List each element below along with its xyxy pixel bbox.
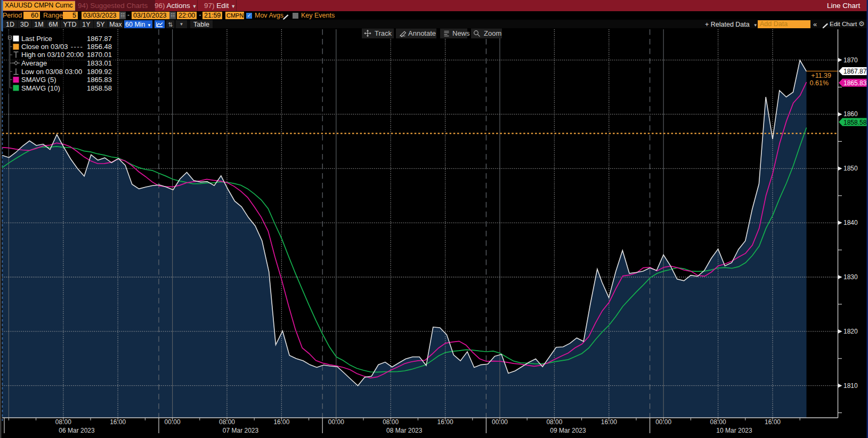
svg-text:0.61%: 0.61%	[810, 79, 829, 87]
svg-text:Annotate: Annotate	[408, 29, 436, 37]
svg-text:06 Mar 2023: 06 Mar 2023	[59, 427, 95, 434]
svg-text:00:00: 00:00	[165, 418, 181, 426]
svg-text:Track: Track	[375, 29, 392, 37]
svg-text:00:00: 00:00	[328, 418, 344, 426]
svg-text:08:00: 08:00	[383, 418, 399, 426]
svg-text:1850: 1850	[843, 165, 858, 172]
svg-text:08:00: 08:00	[710, 418, 726, 426]
svg-text:08:00: 08:00	[219, 418, 235, 426]
svg-text:1840: 1840	[843, 219, 858, 226]
svg-text:Low on 03/08 03:00: Low on 03/08 03:00	[21, 68, 82, 76]
svg-text:News: News	[452, 29, 470, 37]
svg-text:10 Mar 2023: 10 Mar 2023	[716, 427, 752, 434]
svg-text:08 Mar 2023: 08 Mar 2023	[386, 427, 423, 434]
svg-text:1867.87: 1867.87	[843, 68, 867, 75]
svg-text:1870: 1870	[843, 56, 858, 64]
svg-text:Zoom: Zoom	[484, 29, 501, 37]
svg-text:16:00: 16:00	[110, 418, 126, 426]
svg-text:High on 03/10 20:00: High on 03/10 20:00	[21, 51, 84, 59]
svg-text:16:00: 16:00	[601, 418, 617, 426]
svg-text:16:00: 16:00	[437, 418, 453, 426]
svg-text:16:00: 16:00	[765, 418, 781, 426]
svg-text:1858.58: 1858.58	[843, 119, 867, 126]
svg-text:1833.01: 1833.01	[87, 59, 112, 67]
svg-text:1865.83: 1865.83	[87, 76, 112, 84]
svg-text:00:00: 00:00	[492, 418, 508, 426]
svg-text:1830: 1830	[843, 273, 858, 281]
svg-text:1867.87: 1867.87	[87, 35, 112, 43]
svg-text:SMAVG (10): SMAVG (10)	[21, 84, 60, 92]
svg-text:1860: 1860	[843, 110, 858, 118]
svg-text:SMAVG (5): SMAVG (5)	[21, 76, 56, 84]
svg-text:16:00: 16:00	[273, 418, 289, 426]
svg-text:00:00: 00:00	[655, 418, 671, 426]
svg-text:1856.48: 1856.48	[87, 43, 112, 51]
svg-text:08:00: 08:00	[546, 418, 562, 426]
svg-text:Close on 03/03 ----: Close on 03/03 ----	[21, 43, 83, 51]
svg-text:1858.58: 1858.58	[87, 84, 112, 92]
svg-text:Last Price: Last Price	[21, 35, 52, 43]
svg-text:Average: Average	[21, 59, 47, 67]
svg-text:07 Mar 2023: 07 Mar 2023	[223, 427, 259, 434]
svg-text:1809.92: 1809.92	[87, 68, 112, 76]
svg-text:+11.39: +11.39	[811, 72, 831, 79]
svg-text:08:00: 08:00	[55, 418, 71, 426]
svg-text:1870.01: 1870.01	[87, 51, 112, 59]
svg-text:09 Mar 2023: 09 Mar 2023	[550, 427, 586, 434]
svg-text:1865.83: 1865.83	[843, 79, 867, 87]
svg-text:1820: 1820	[843, 328, 858, 335]
svg-text:1810: 1810	[843, 382, 858, 390]
